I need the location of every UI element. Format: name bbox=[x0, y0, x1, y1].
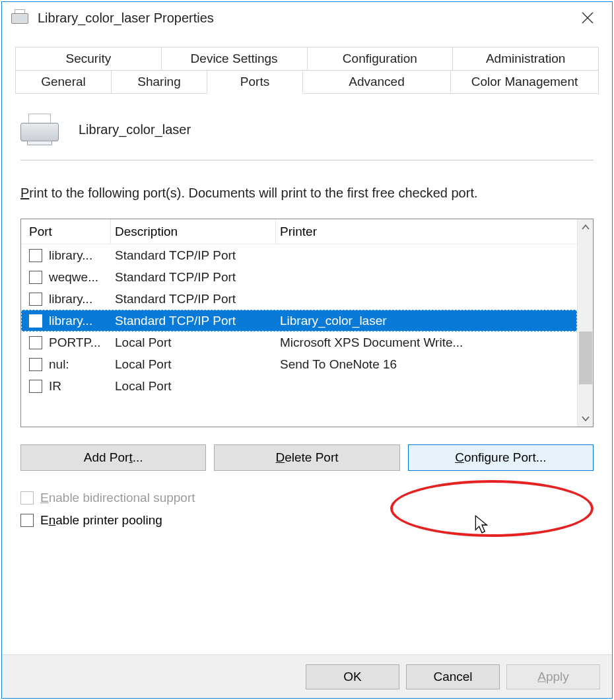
close-button[interactable] bbox=[570, 5, 605, 31]
column-description[interactable]: Description bbox=[111, 219, 276, 244]
apply-button: Apply bbox=[506, 664, 600, 689]
port-name: nul: bbox=[49, 357, 111, 372]
properties-dialog: Library_color_laser Properties Security … bbox=[1, 1, 613, 699]
port-name: library... bbox=[49, 292, 111, 306]
port-checkbox[interactable] bbox=[29, 271, 42, 284]
port-name: weqwe... bbox=[49, 270, 111, 285]
port-description: Standard TCP/IP Port bbox=[111, 314, 276, 328]
dialog-content: Security Device Settings Configuration A… bbox=[2, 34, 612, 528]
enable-pooling-checkbox[interactable]: Enable printer pooling bbox=[20, 513, 594, 528]
printer-icon bbox=[11, 9, 30, 26]
port-buttons: Add Port... Delete Port Configure Port..… bbox=[20, 444, 594, 471]
port-checkbox[interactable] bbox=[29, 380, 42, 393]
tab-security[interactable]: Security bbox=[15, 47, 162, 70]
tab-advanced[interactable]: Advanced bbox=[302, 70, 451, 93]
add-port-button[interactable]: Add Port... bbox=[20, 444, 206, 471]
delete-port-button[interactable]: Delete Port bbox=[214, 444, 399, 471]
port-printer: Library_color_laser bbox=[276, 314, 577, 328]
port-row[interactable]: library...Standard TCP/IP Port bbox=[21, 288, 577, 310]
port-printer: Microsoft XPS Document Write... bbox=[276, 335, 577, 350]
enable-bidirectional-checkbox: Enable bidirectional support bbox=[20, 491, 594, 505]
checkbox-icon bbox=[20, 491, 34, 505]
tab-configuration[interactable]: Configuration bbox=[307, 47, 454, 70]
tab-sharing[interactable]: Sharing bbox=[111, 70, 207, 93]
window-title: Library_color_laser Properties bbox=[38, 11, 570, 26]
port-name: library... bbox=[49, 314, 111, 328]
scroll-down-icon[interactable] bbox=[578, 411, 593, 427]
tab-general[interactable]: General bbox=[15, 70, 112, 93]
port-checkbox[interactable] bbox=[29, 336, 42, 349]
printer-name: Library_color_laser bbox=[79, 122, 191, 137]
port-row[interactable]: PORTP...Local PortMicrosoft XPS Document… bbox=[21, 332, 577, 353]
configure-port-button[interactable]: Configure Port... bbox=[408, 444, 594, 471]
port-description: Standard TCP/IP Port bbox=[111, 270, 276, 285]
tab-administration[interactable]: Administration bbox=[452, 47, 599, 70]
scroll-up-icon[interactable] bbox=[578, 219, 593, 235]
port-list-header: Port Description Printer bbox=[21, 219, 577, 244]
tab-strip: Security Device Settings Configuration A… bbox=[15, 47, 599, 94]
port-description: Local Port bbox=[111, 379, 276, 394]
port-description: Standard TCP/IP Port bbox=[111, 292, 276, 306]
dialog-button-bar: OK Cancel Apply bbox=[2, 654, 612, 698]
printer-icon bbox=[20, 114, 60, 145]
checkbox-icon[interactable] bbox=[20, 514, 34, 527]
instruction-text: Print to the following port(s). Document… bbox=[20, 183, 594, 203]
port-checkbox[interactable] bbox=[29, 293, 42, 306]
titlebar: Library_color_laser Properties bbox=[2, 2, 612, 34]
column-printer[interactable]: Printer bbox=[276, 219, 577, 244]
close-icon bbox=[582, 12, 594, 24]
port-description: Local Port bbox=[111, 357, 276, 372]
port-row[interactable]: IRLocal Port bbox=[21, 375, 577, 397]
tab-ports[interactable]: Ports bbox=[207, 70, 303, 94]
ok-button[interactable]: OK bbox=[306, 664, 399, 689]
column-port[interactable]: Port bbox=[21, 219, 111, 244]
tab-device-settings[interactable]: Device Settings bbox=[161, 47, 308, 70]
tab-color-management[interactable]: Color Management bbox=[450, 70, 599, 93]
port-checkbox[interactable] bbox=[29, 249, 42, 262]
scroll-thumb[interactable] bbox=[579, 332, 592, 384]
divider bbox=[20, 160, 594, 160]
port-name: PORTP... bbox=[49, 335, 111, 350]
port-row[interactable]: nul:Local PortSend To OneNote 16 bbox=[21, 353, 577, 375]
port-name: library... bbox=[49, 248, 111, 263]
port-row[interactable]: library...Standard TCP/IP PortLibrary_co… bbox=[21, 310, 577, 332]
scrollbar[interactable] bbox=[577, 219, 593, 427]
port-description: Local Port bbox=[111, 335, 276, 350]
printer-header: Library_color_laser bbox=[20, 107, 594, 160]
port-checkbox[interactable] bbox=[29, 314, 42, 328]
port-list[interactable]: Port Description Printer library...Stand… bbox=[20, 219, 594, 427]
port-name: IR bbox=[49, 379, 111, 394]
port-checkbox[interactable] bbox=[29, 358, 42, 371]
port-printer: Send To OneNote 16 bbox=[276, 357, 577, 372]
port-row[interactable]: library...Standard TCP/IP Port bbox=[21, 244, 577, 266]
cancel-button[interactable]: Cancel bbox=[406, 664, 500, 689]
port-description: Standard TCP/IP Port bbox=[111, 248, 276, 263]
port-row[interactable]: weqwe...Standard TCP/IP Port bbox=[21, 266, 577, 288]
ports-panel: Library_color_laser Print to the followi… bbox=[15, 94, 599, 528]
